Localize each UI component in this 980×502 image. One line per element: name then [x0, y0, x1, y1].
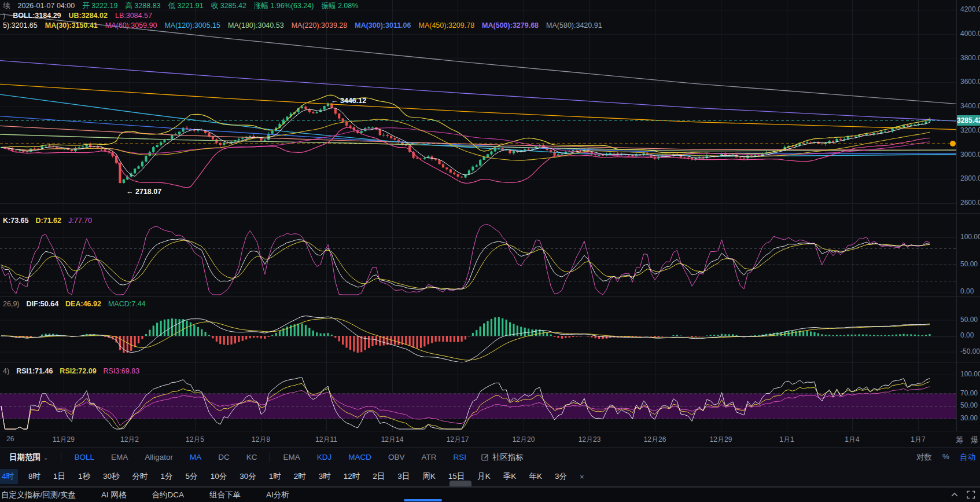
- chip-distribution-button[interactable]: 筹: [956, 435, 963, 445]
- collapse-panel-handle[interactable]: [450, 481, 471, 486]
- date-axis-label: 12月26: [644, 435, 666, 445]
- scale-button-自动[interactable]: 自动: [960, 452, 975, 463]
- bottom-tab[interactable]: AI 网格: [101, 490, 127, 500]
- date-range-label: 日期范围: [9, 453, 40, 461]
- indicator-button-kdj[interactable]: KDJ: [317, 453, 332, 461]
- community-indicators-button[interactable]: 社区指标: [481, 452, 524, 463]
- expand-icon[interactable]: [967, 490, 975, 499]
- period-button-12时[interactable]: 12时: [344, 471, 360, 482]
- indicator-button-boll[interactable]: BOLL: [74, 453, 94, 461]
- indicator-button-alligator[interactable]: Alligator: [145, 453, 173, 461]
- period-button-季K[interactable]: 季K: [503, 471, 517, 482]
- bottom-accent-bar: [404, 499, 442, 501]
- period-button-30秒[interactable]: 30秒: [103, 471, 120, 482]
- bottom-right-icons: [950, 490, 975, 499]
- indicator-button-ema[interactable]: EMA: [283, 453, 300, 461]
- date-axis[interactable]: 2611月2912月212月512月812月1112月1412月1712月201…: [0, 431, 980, 448]
- date-axis-label: 11月29: [53, 435, 75, 445]
- bottom-tab[interactable]: 组合下单: [209, 490, 241, 500]
- indicator-button-obv[interactable]: OBV: [388, 453, 405, 461]
- period-button-2日[interactable]: 2日: [373, 471, 385, 482]
- scale-options-group: 对数%自动: [916, 452, 975, 463]
- date-axis-label: 12月8: [252, 435, 270, 445]
- close-period-button[interactable]: ×: [580, 472, 584, 481]
- liquidation-button[interactable]: 爆: [971, 435, 978, 445]
- date-axis-label: 12月23: [579, 435, 601, 445]
- divider: [270, 453, 270, 462]
- period-button-周K[interactable]: 周K: [422, 471, 436, 482]
- date-axis-label: 12月5: [186, 435, 204, 445]
- date-range-button[interactable]: 日期范围⌄: [9, 452, 48, 463]
- period-button-10分[interactable]: 10分: [211, 471, 227, 482]
- date-axis-label: 1月4: [845, 435, 859, 445]
- date-axis-label: 12月20: [513, 435, 535, 445]
- oscillator-indicator-group: EMAKDJMACDOBVATRRSI: [283, 453, 466, 461]
- date-axis-label: 1月7: [911, 435, 925, 445]
- period-toolbar: 4时8时1日1秒30秒分时1分5分10分30分1时2时3时12时2日3日周K15…: [0, 467, 980, 486]
- period-button-30分[interactable]: 30分: [240, 471, 256, 482]
- bottom-tab[interactable]: 合约DCA: [152, 490, 185, 500]
- edit-icon: [481, 453, 489, 461]
- scale-button-%[interactable]: %: [942, 452, 949, 463]
- indicator-button-kc[interactable]: KC: [246, 453, 257, 461]
- period-button-4时[interactable]: 4时: [0, 469, 18, 484]
- divider: [61, 453, 61, 462]
- date-axis-label: 12月29: [710, 435, 732, 445]
- trading-chart-app: ← 3446.12← 2718.07 续2026-01-07 04:00开 32…: [0, 0, 980, 502]
- indicator-button-ema[interactable]: EMA: [111, 453, 128, 461]
- chevron-down-icon: ⌄: [43, 455, 48, 461]
- chart-canvas[interactable]: ← 3446.12← 2718.07: [0, 0, 980, 431]
- date-axis-label: 12月11: [315, 435, 337, 445]
- period-button-5分[interactable]: 5分: [186, 471, 198, 482]
- price-annotation: ← 3446.12: [331, 97, 366, 105]
- indicator-toolbar: 日期范围⌄ BOLLEMAAlligatorMADCKC EMAKDJMACDO…: [0, 447, 980, 467]
- period-button-1日[interactable]: 1日: [53, 471, 65, 482]
- indicator-button-atr[interactable]: ATR: [422, 453, 437, 461]
- bottom-tab-bar: 自定义指标/回测/实盘AI 网格合约DCA组合下单AI分析: [0, 486, 980, 502]
- date-axis-label: 26: [6, 435, 14, 443]
- date-axis-label: 12月2: [120, 435, 139, 445]
- community-label: 社区指标: [492, 452, 524, 463]
- period-button-3分[interactable]: 3分: [555, 471, 567, 482]
- period-button-月K[interactable]: 月K: [477, 471, 491, 482]
- price-annotation: ← 2718.07: [126, 188, 161, 196]
- alert-price-dot[interactable]: [950, 141, 956, 146]
- scale-button-对数[interactable]: 对数: [916, 452, 932, 463]
- chevron-up-icon[interactable]: [950, 491, 959, 499]
- period-button-年K[interactable]: 年K: [529, 471, 542, 482]
- period-button-8时[interactable]: 8时: [28, 471, 40, 482]
- bottom-tabs: 自定义指标/回测/实盘AI 网格合约DCA组合下单AI分析: [1, 490, 289, 500]
- period-button-1时[interactable]: 1时: [269, 471, 281, 482]
- period-button-3日[interactable]: 3日: [397, 471, 410, 482]
- period-button-分时[interactable]: 分时: [132, 471, 148, 482]
- period-button-1秒[interactable]: 1秒: [78, 471, 90, 482]
- indicator-button-ma[interactable]: MA: [190, 453, 201, 461]
- period-button-2时[interactable]: 2时: [294, 471, 306, 482]
- date-axis-label: 12月14: [381, 435, 404, 445]
- date-axis-label: 1月1: [779, 435, 794, 445]
- bottom-tab[interactable]: 自定义指标/回测/实盘: [1, 490, 76, 500]
- last-price-badge: 3285.42: [957, 115, 980, 126]
- period-button-3时[interactable]: 3时: [319, 471, 331, 482]
- bottom-tab[interactable]: AI分析: [266, 490, 289, 500]
- indicator-button-macd[interactable]: MACD: [348, 453, 371, 461]
- indicator-button-dc[interactable]: DC: [218, 453, 230, 461]
- overlay-indicator-group: BOLLEMAAlligatorMADCKC: [74, 453, 257, 461]
- indicator-button-rsi[interactable]: RSI: [454, 453, 467, 461]
- period-button-1分[interactable]: 1分: [161, 471, 173, 482]
- chart-region[interactable]: ← 3446.12← 2718.07 续2026-01-07 04:00开 32…: [0, 0, 980, 431]
- date-axis-label: 12月17: [447, 435, 469, 445]
